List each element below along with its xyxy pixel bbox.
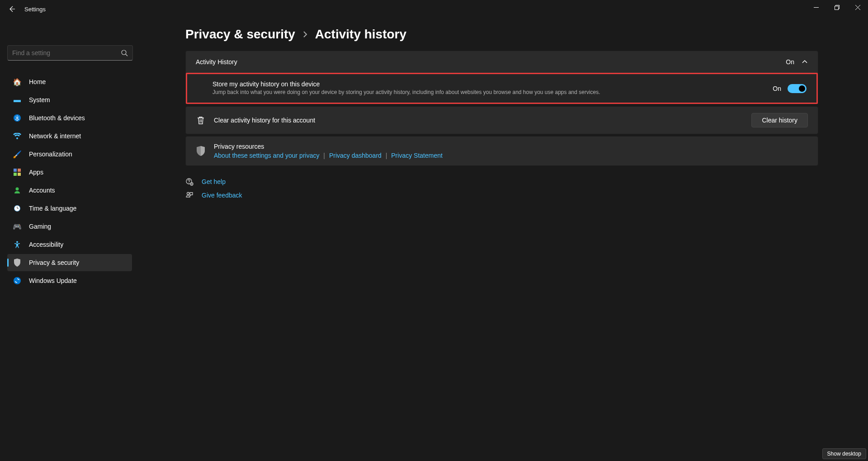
- svg-point-4: [122, 50, 126, 55]
- sidebar-item-apps[interactable]: Apps: [7, 164, 132, 181]
- feedback-icon: [185, 191, 193, 199]
- divider: |: [386, 152, 387, 159]
- main-content: Privacy & security Activity history Acti…: [136, 18, 868, 461]
- close-icon: [855, 5, 860, 10]
- sidebar-item-time[interactable]: Time & language: [7, 200, 132, 217]
- breadcrumb-current: Activity history: [315, 27, 406, 42]
- maximize-button[interactable]: [826, 0, 847, 14]
- breadcrumb: Privacy & security Activity history: [185, 27, 818, 42]
- help-icon: [185, 178, 193, 186]
- svg-rect-9: [14, 173, 17, 176]
- close-button[interactable]: [847, 0, 868, 14]
- brush-icon: 🖌️: [13, 150, 22, 159]
- breadcrumb-parent[interactable]: Privacy & security: [185, 27, 295, 42]
- divider: |: [323, 152, 325, 159]
- accessibility-icon: [13, 240, 22, 249]
- window-title: Settings: [24, 6, 46, 13]
- chevron-up-icon: [802, 59, 808, 65]
- resources-title: Privacy resources: [214, 143, 808, 150]
- back-button[interactable]: [8, 5, 15, 13]
- svg-rect-8: [18, 169, 21, 172]
- maximize-icon: [835, 5, 840, 10]
- sidebar-item-label: Gaming: [29, 223, 51, 230]
- gaming-icon: 🎮: [13, 222, 22, 231]
- sidebar-item-label: Personalization: [29, 151, 72, 158]
- sidebar-item-system[interactable]: ▬ System: [7, 91, 132, 108]
- apps-icon: [13, 168, 22, 177]
- clear-history-label: Clear activity history for this account: [214, 117, 751, 124]
- bluetooth-icon: [13, 113, 22, 122]
- minimize-button[interactable]: [806, 0, 826, 14]
- sidebar-item-home[interactable]: 🏠 Home: [7, 73, 132, 90]
- clock-icon: [13, 204, 22, 213]
- svg-rect-7: [14, 169, 17, 172]
- store-activity-row: Store my activity history on this device…: [186, 73, 818, 104]
- shield-icon: [196, 146, 206, 156]
- give-feedback-link[interactable]: Give feedback: [202, 192, 242, 199]
- sidebar-item-network[interactable]: Network & internet: [7, 127, 132, 145]
- activity-history-expander[interactable]: Activity History On: [186, 51, 818, 73]
- svg-point-16: [16, 241, 18, 243]
- privacy-statement-link[interactable]: Privacy Statement: [391, 152, 443, 159]
- sidebar-item-accessibility[interactable]: Accessibility: [7, 236, 132, 253]
- home-icon: 🏠: [13, 77, 22, 86]
- card-state: On: [786, 58, 794, 66]
- svg-point-17: [14, 277, 21, 284]
- svg-rect-1: [835, 6, 838, 9]
- system-icon: ▬: [13, 95, 22, 104]
- store-activity-toggle[interactable]: [788, 84, 807, 93]
- person-icon: [13, 186, 22, 195]
- sidebar-item-label: Network & internet: [29, 132, 81, 140]
- card-title: Activity History: [196, 58, 786, 66]
- sidebar-item-privacy[interactable]: Privacy & security: [7, 254, 132, 271]
- svg-rect-10: [18, 173, 21, 176]
- search-icon: [121, 49, 128, 56]
- sidebar-item-label: Home: [29, 78, 46, 85]
- clear-history-button[interactable]: Clear history: [751, 113, 808, 127]
- privacy-dashboard-link[interactable]: Privacy dashboard: [329, 152, 382, 159]
- sidebar-item-gaming[interactable]: 🎮 Gaming: [7, 218, 132, 235]
- sidebar-item-update[interactable]: Windows Update: [7, 272, 132, 289]
- activity-history-card: Activity History On Store my activity hi…: [185, 51, 818, 104]
- titlebar: Settings: [0, 0, 868, 18]
- sidebar-item-label: System: [29, 96, 50, 103]
- resources-links: About these settings and your privacy | …: [214, 152, 808, 159]
- sidebar-item-personalization[interactable]: 🖌️ Personalization: [7, 146, 132, 163]
- store-activity-title: Store my activity history on this device: [212, 80, 759, 88]
- arrow-left-icon: [8, 5, 15, 13]
- get-help-link[interactable]: Get help: [202, 178, 226, 185]
- about-settings-link[interactable]: About these settings and your privacy: [214, 152, 319, 159]
- search-input-wrap[interactable]: [7, 45, 133, 61]
- search-input[interactable]: [12, 49, 121, 56]
- sidebar-item-label: Apps: [29, 169, 43, 176]
- give-feedback-row: Give feedback: [185, 188, 818, 202]
- toggle-state-label: On: [773, 85, 781, 92]
- sidebar-item-label: Privacy & security: [29, 259, 79, 266]
- support-links: Get help Give feedback: [185, 175, 818, 202]
- sidebar-item-accounts[interactable]: Accounts: [7, 182, 132, 199]
- sidebar-item-label: Accessibility: [29, 241, 63, 248]
- trash-icon: [196, 116, 206, 125]
- window-controls: [806, 0, 868, 14]
- get-help-row: Get help: [185, 175, 818, 188]
- sidebar-item-label: Time & language: [29, 205, 76, 212]
- wifi-icon: [13, 132, 22, 141]
- sidebar-item-bluetooth[interactable]: Bluetooth & devices: [7, 109, 132, 127]
- privacy-resources-row: Privacy resources About these settings a…: [185, 136, 818, 166]
- sidebar: 🏠 Home ▬ System Bluetooth & devices Netw…: [0, 18, 136, 461]
- sidebar-item-label: Accounts: [29, 187, 55, 194]
- clear-history-row: Clear activity history for this account …: [185, 106, 818, 134]
- minimize-icon: [814, 5, 819, 10]
- show-desktop-tooltip: Show desktop: [822, 448, 866, 459]
- svg-line-5: [126, 54, 127, 56]
- sidebar-item-label: Bluetooth & devices: [29, 114, 85, 122]
- shield-icon: [13, 258, 22, 267]
- sidebar-item-label: Windows Update: [29, 277, 77, 284]
- breadcrumb-separator-icon: [302, 31, 308, 38]
- svg-point-11: [16, 188, 19, 191]
- store-activity-description: Jump back into what you were doing on yo…: [212, 89, 759, 96]
- svg-point-20: [187, 193, 189, 195]
- toggle-knob: [799, 85, 805, 92]
- update-icon: [13, 276, 22, 285]
